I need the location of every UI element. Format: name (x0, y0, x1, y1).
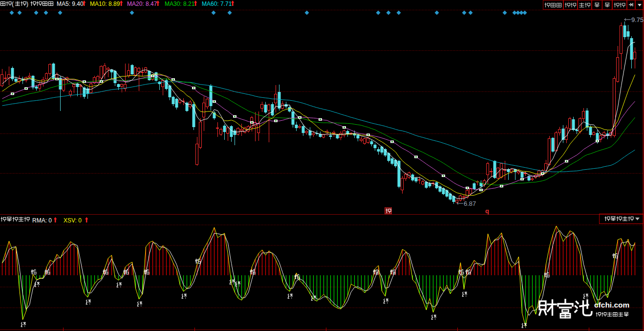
svg-text:RMA: 0: RMA: 0 (32, 217, 52, 224)
svg-text:MA10: 8.89: MA10: 8.89 (90, 0, 120, 7)
svg-text:cfchi.com: cfchi.com (594, 301, 629, 309)
svg-text:MA5: 9.40: MA5: 9.40 (57, 0, 84, 7)
svg-text:6.87: 6.87 (464, 200, 476, 207)
svg-text:9.75: 9.75 (631, 16, 644, 23)
svg-text:q: q (485, 207, 489, 215)
svg-text:XSV: 0: XSV: 0 (64, 217, 82, 224)
svg-text:): ) (26, 0, 28, 7)
svg-text:MA30: 8.21: MA30: 8.21 (165, 0, 195, 7)
svg-text:(: ( (12, 0, 14, 7)
svg-text:MA20: 8.47: MA20: 8.47 (127, 0, 157, 7)
svg-text:MA60: 7.71: MA60: 7.71 (202, 0, 232, 7)
